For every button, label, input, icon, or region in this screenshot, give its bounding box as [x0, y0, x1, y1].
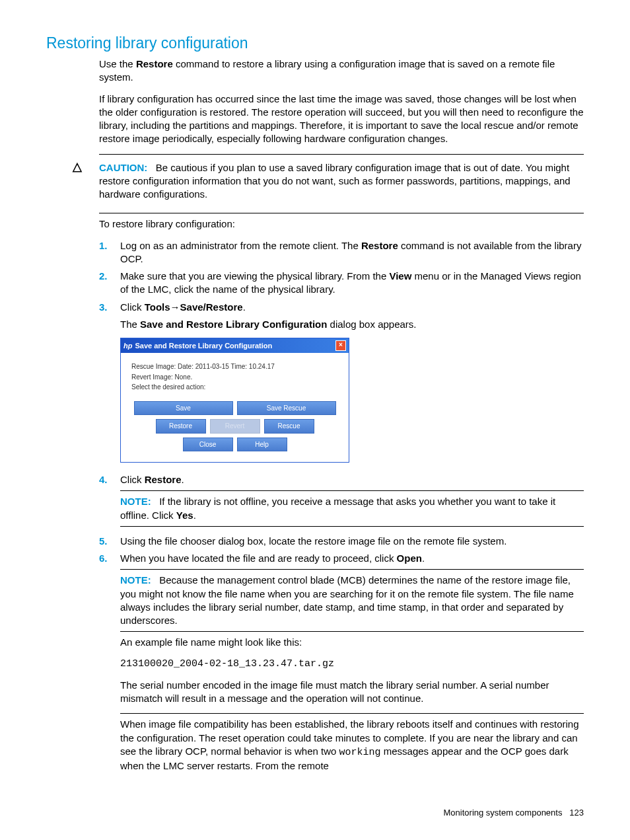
save-restore-dialog: hp Save and Restore Library Configuratio…: [120, 338, 349, 463]
example-lead: An example file name might look like thi…: [120, 636, 584, 649]
dialog-line-2: Revert Image: None.: [131, 373, 338, 382]
text: Be cautious if you plan to use a saved l…: [99, 162, 571, 200]
text: Make sure that you are viewing the physi…: [120, 270, 389, 282]
restore-bold: Restore: [145, 474, 182, 485]
text: Use the: [99, 58, 136, 69]
footer-text: Monitoring system components: [444, 808, 563, 818]
divider: [99, 213, 584, 213]
note-label: NOTE:: [120, 574, 151, 586]
view-bold: View: [389, 270, 411, 282]
step-number: 4.: [99, 473, 120, 531]
divider: [99, 154, 584, 155]
close-button[interactable]: Close: [183, 438, 233, 452]
dialog-line-1: Rescue Image: Date: 2011-03-15 Time: 10.…: [131, 362, 338, 371]
restore-button[interactable]: Restore: [156, 419, 206, 434]
text: .: [243, 301, 246, 313]
divider: [120, 713, 584, 714]
dialog-title-text: Save and Restore Library Configuration: [135, 341, 272, 351]
help-button[interactable]: Help: [237, 438, 287, 452]
text: .: [193, 510, 196, 521]
open-bold: Open: [397, 553, 422, 564]
caution-label: CAUTION:: [99, 162, 147, 173]
step-number: 2.: [99, 270, 120, 297]
save-rescue-button[interactable]: Save Rescue: [237, 401, 336, 416]
step-2: 2. Make sure that you are viewing the ph…: [99, 270, 584, 297]
serial-text: The serial number encoded in the image f…: [120, 679, 584, 706]
step-4: 4. Click Restore. NOTE: If the library i…: [99, 473, 584, 531]
step-number: 5.: [99, 535, 120, 548]
restore-bold: Restore: [361, 240, 398, 251]
page-number: 123: [569, 808, 584, 818]
dialog-line-3: Select the desired action:: [131, 383, 338, 392]
text: Click: [120, 301, 145, 313]
step-6: 6. When you have located the file and ar…: [99, 552, 584, 781]
tools-bold: Tools: [145, 301, 170, 313]
final-paragraph: When image file compatibility has been e…: [120, 718, 584, 773]
dialog-name-bold: Save and Restore Library Configuration: [140, 319, 327, 330]
step-number: 1.: [99, 239, 120, 266]
dialog-titlebar: hp Save and Restore Library Configuratio…: [121, 338, 349, 353]
step-5: 5. Using the file chooser dialog box, lo…: [99, 535, 584, 548]
intro-paragraph-2: If library configuration has occurred si…: [99, 93, 584, 146]
revert-button: Revert: [210, 419, 260, 434]
text: Click: [120, 474, 145, 485]
caution-block: △ CAUTION: Be cautious if you plan to us…: [73, 159, 584, 210]
text: When you have located the file and are r…: [120, 553, 397, 564]
text: Because the management control blade (MC…: [120, 574, 574, 626]
working-mono: working: [339, 747, 381, 758]
hp-logo-icon: hp: [123, 341, 132, 351]
rescue-button[interactable]: Rescue: [264, 419, 314, 434]
close-icon[interactable]: ×: [335, 340, 346, 351]
yes-bold: Yes: [176, 510, 193, 521]
note-label: NOTE:: [120, 496, 151, 507]
step-number: 3.: [99, 301, 120, 470]
text: The: [120, 319, 140, 330]
text: Using the file chooser dialog box, locat…: [120, 535, 584, 548]
text: .: [422, 553, 425, 564]
page-footer: Monitoring system components 123: [46, 807, 584, 819]
divider: [120, 526, 584, 527]
section-heading: Restoring library configuration: [46, 33, 584, 54]
intro-paragraph-1: Use the Restore command to restore a lib…: [99, 57, 584, 85]
caution-text: CAUTION: Be cautious if you plan to use …: [99, 161, 584, 202]
example-filename: 213100020_2004-02-18_13.23.47.tar.gz: [120, 658, 584, 671]
restore-command-bold: Restore: [136, 58, 173, 69]
text: dialog box appears.: [327, 319, 416, 330]
divider: [120, 631, 584, 632]
arrow-icon: →: [170, 301, 180, 313]
step-number: 6.: [99, 552, 120, 781]
divider: [120, 569, 584, 570]
save-button[interactable]: Save: [134, 401, 233, 416]
step-1: 1. Log on as an administrator from the r…: [99, 239, 584, 266]
saverestore-bold: Save/Restore: [180, 301, 243, 313]
step-3: 3. Click Tools→Save/Restore. The Save an…: [99, 301, 584, 470]
text: .: [182, 474, 184, 485]
text: Log on as an administrator from the remo…: [120, 240, 361, 251]
divider: [120, 490, 584, 491]
caution-icon: △: [73, 159, 99, 210]
lead-text: To restore library configuration:: [99, 217, 584, 231]
